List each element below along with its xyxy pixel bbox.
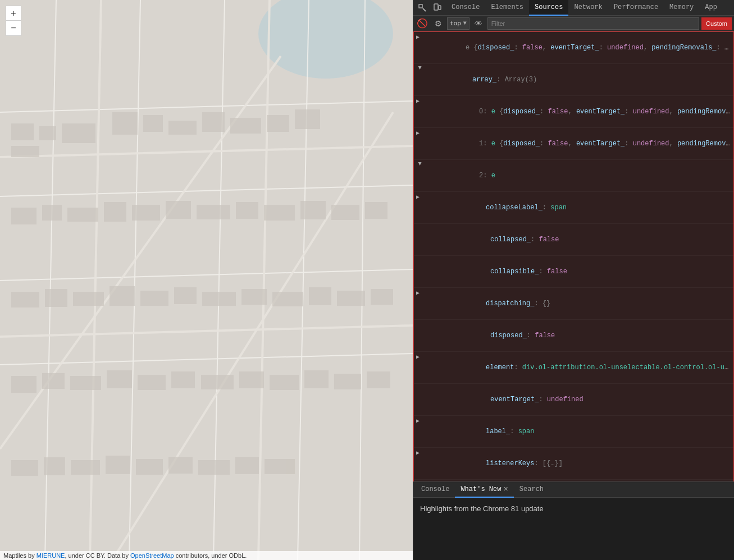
console-line: ▶ 2: e <box>414 160 733 192</box>
expand-icon[interactable]: ▶ <box>416 128 423 139</box>
tab-elements[interactable]: Elements <box>485 0 529 16</box>
eye-button[interactable]: 👁 <box>472 17 485 30</box>
svg-rect-58 <box>201 375 234 389</box>
svg-rect-73 <box>419 4 422 8</box>
console-line: ▶ element: div.ol-attribution.ol-unselec… <box>414 352 733 384</box>
tab-console[interactable]: Console <box>446 0 485 16</box>
svg-rect-54 <box>70 376 101 390</box>
svg-rect-51 <box>371 289 393 305</box>
expand-icon[interactable]: ▶ <box>416 192 423 203</box>
svg-rect-31 <box>104 202 126 222</box>
zoom-out-button[interactable]: − <box>6 21 21 35</box>
svg-rect-61 <box>304 370 329 388</box>
expand-icon[interactable]: ▶ <box>416 480 423 481</box>
mierune-link[interactable]: MIERUNE <box>37 552 65 559</box>
svg-rect-26 <box>267 115 289 132</box>
console-line: ▶ array_: Array(3) <box>414 64 733 96</box>
bottom-tabs-bar: Console What's New × Search <box>413 482 734 498</box>
expand-icon[interactable]: ▶ <box>416 288 423 299</box>
console-line: ▶ collapseLabel_: span <box>414 192 733 224</box>
svg-rect-50 <box>337 291 365 306</box>
svg-rect-70 <box>198 460 230 475</box>
svg-rect-44 <box>140 291 168 306</box>
svg-rect-34 <box>197 205 230 219</box>
map-container: + − Maptiles by MIERUNE, under CC BY. Da… <box>0 0 413 560</box>
tab-app[interactable]: App <box>699 0 723 16</box>
svg-rect-39 <box>365 202 387 219</box>
svg-rect-69 <box>168 457 193 474</box>
expand-icon[interactable]: ▶ <box>414 66 425 73</box>
expand-icon[interactable]: ▶ <box>416 416 423 426</box>
svg-rect-47 <box>241 289 267 305</box>
console-line: ▶ label_: span <box>414 416 733 448</box>
bottom-tab-whatsnew[interactable]: What's New × <box>455 482 513 498</box>
svg-rect-38 <box>331 205 359 220</box>
console-line: ▶ 0: e {disposed_: false, eventTarget_: … <box>414 96 733 128</box>
svg-rect-53 <box>42 373 65 389</box>
svg-rect-57 <box>171 371 195 388</box>
console-line: collapsible_: false <box>414 256 733 288</box>
highlights-title: Highlights from the Chrome 81 update <box>420 502 727 515</box>
devtools-tab-bar: Console Elements Sources Network Perform… <box>413 0 734 16</box>
devtools-tabs-container: Console Elements Sources Network Perform… <box>446 0 734 16</box>
svg-rect-43 <box>110 286 135 306</box>
svg-rect-21 <box>112 112 138 135</box>
osm-link[interactable]: OpenStreetMap <box>130 552 174 559</box>
svg-rect-27 <box>295 109 320 129</box>
svg-rect-76 <box>439 6 441 10</box>
console-line: ▶ e {disposed_: false, eventTarget_: und… <box>414 32 733 64</box>
console-line: ▶ listeners_: {} <box>414 480 733 481</box>
custom-button[interactable]: Custom <box>701 17 732 30</box>
svg-rect-60 <box>270 375 299 390</box>
svg-line-74 <box>423 8 426 11</box>
svg-rect-20 <box>62 123 95 143</box>
svg-rect-67 <box>106 456 130 474</box>
svg-rect-55 <box>107 370 132 388</box>
filter-input[interactable] <box>487 17 699 30</box>
expand-icon[interactable]: ▶ <box>416 448 423 458</box>
svg-rect-66 <box>71 460 100 475</box>
svg-rect-59 <box>239 371 264 388</box>
console-output[interactable]: ▶ e {disposed_: false, eventTarget_: und… <box>413 31 734 481</box>
inspect-element-button[interactable] <box>416 1 429 15</box>
devtools-panel: Console Elements Sources Network Perform… <box>413 0 734 560</box>
tab-network[interactable]: Network <box>568 0 608 16</box>
console-line: ▶ listenerKeys: [{…}] <box>414 448 733 480</box>
console-line: eventTarget_: undefined <box>414 384 733 416</box>
expand-icon[interactable]: ▶ <box>414 162 425 169</box>
svg-rect-46 <box>202 292 236 306</box>
svg-rect-18 <box>39 126 56 140</box>
svg-rect-62 <box>334 374 361 389</box>
clear-console-button[interactable]: 🚫 <box>416 17 429 30</box>
svg-rect-75 <box>434 4 438 10</box>
settings-button[interactable]: ⚙ <box>431 17 445 30</box>
svg-rect-23 <box>168 121 197 135</box>
device-toolbar-button[interactable] <box>430 1 444 15</box>
svg-rect-24 <box>202 112 225 132</box>
zoom-in-button[interactable]: + <box>6 6 21 21</box>
console-line: collapsed_: false <box>414 224 733 256</box>
map-attribution: Maptiles by MIERUNE, under CC BY. Data b… <box>0 551 413 560</box>
expand-icon[interactable]: ▶ <box>416 97 423 107</box>
svg-rect-0 <box>0 0 413 560</box>
context-selector[interactable]: top ▼ <box>447 17 469 30</box>
map-zoom-controls[interactable]: + − <box>6 6 21 36</box>
svg-rect-45 <box>174 287 197 304</box>
svg-rect-19 <box>11 146 39 157</box>
tab-memory[interactable]: Memory <box>664 0 699 16</box>
svg-rect-71 <box>235 457 259 474</box>
svg-rect-64 <box>11 460 38 476</box>
svg-rect-17 <box>11 123 34 140</box>
close-whatsnew-button[interactable]: × <box>503 485 508 494</box>
tab-sources[interactable]: Sources <box>529 0 568 16</box>
svg-rect-29 <box>42 205 62 221</box>
expand-icon[interactable]: ▶ <box>416 352 423 362</box>
console-toolbar: 🚫 ⚙ top ▼ 👁 Custom <box>413 16 734 31</box>
svg-rect-65 <box>44 457 65 475</box>
bottom-tab-console[interactable]: Console <box>416 482 455 498</box>
expand-icon[interactable]: ▶ <box>416 33 423 43</box>
bottom-tab-search[interactable]: Search <box>514 482 549 498</box>
tab-performance[interactable]: Performance <box>608 0 664 16</box>
console-line: disposed_: false <box>414 320 733 352</box>
svg-rect-41 <box>45 289 67 307</box>
